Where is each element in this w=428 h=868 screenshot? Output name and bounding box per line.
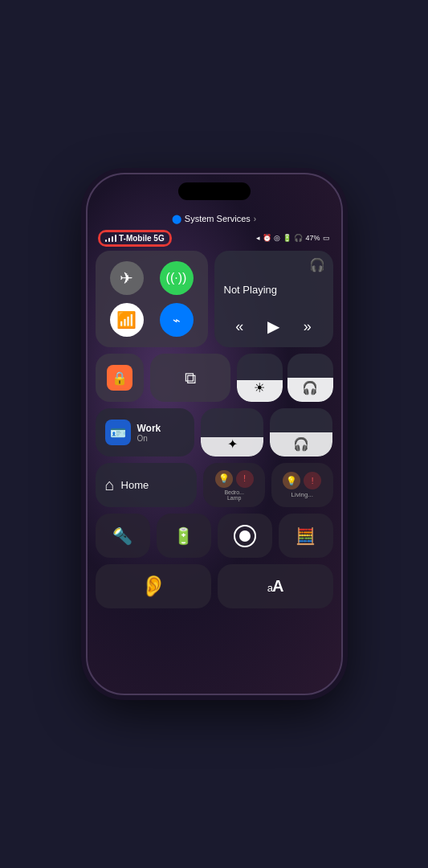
record-dot (239, 530, 251, 542)
bluetooth-icon: ⌁ (173, 313, 181, 328)
volume-icon: 🎧 (302, 380, 318, 395)
signal-bar-3 (112, 236, 114, 242)
living-lamp-label: Living... (291, 491, 313, 498)
carrier-info: T-Mobile 5G (99, 231, 171, 246)
home-label: Home (121, 479, 149, 491)
screen-record-icon (234, 525, 256, 547)
system-services[interactable]: ⬤ System Services › (172, 214, 256, 224)
media-controls: « ▶ » (224, 313, 324, 339)
now-playing-title: Not Playing (224, 265, 324, 313)
prev-button[interactable]: « (235, 318, 243, 335)
home-icon: ⌂ (105, 476, 115, 494)
warning-icon-2: ! (312, 477, 314, 485)
screen-mirror-button[interactable]: ⧉ (150, 354, 230, 402)
signal-bars (105, 234, 117, 242)
battery-button[interactable]: 🔋 (157, 514, 211, 558)
volume-slider-2[interactable]: 🎧 (270, 408, 332, 457)
lamp-bulb-icon-1: 💡 (215, 470, 233, 488)
row-accessibility: 👂 aA (96, 564, 333, 608)
row-focus: 🪪 Work On ✦ 🎧 (96, 408, 333, 457)
hearing-icon: 👂 (141, 574, 166, 599)
airpods-icon: 🎧 (309, 257, 325, 272)
carrier-name: T-Mobile 5G (119, 234, 165, 243)
row-home-lamps: ⌂ Home 💡 ! Bedro... Lamp (96, 463, 333, 507)
sun-icon: ✦ (227, 436, 238, 452)
row-connectivity-nowplaying: ✈ ((·)) 📶 ⌁ 🎧 Not Playing (96, 251, 333, 347)
bedroom-lamp-label: Bedro... Lamp (224, 489, 244, 501)
dynamic-island (178, 182, 251, 200)
control-center: ✈ ((·)) 📶 ⌁ 🎧 Not Playing (96, 251, 333, 682)
phone-screen: ⬤ System Services › T-Mobile 5G ◂ ⏰ ◎ (88, 174, 341, 694)
connectivity-grid: ✈ ((·)) 📶 ⌁ (96, 251, 208, 347)
wifi-button[interactable]: 📶 (110, 303, 144, 337)
calculator-button[interactable]: 🧮 (279, 514, 333, 558)
focus-status-icon: ◎ (274, 234, 280, 242)
screen-record-button[interactable] (218, 514, 272, 558)
status-bar: ⬤ System Services › (88, 207, 341, 231)
next-button[interactable]: » (304, 318, 312, 335)
battery-percent: 47% (305, 234, 320, 242)
text-size-button[interactable]: aA (218, 564, 333, 608)
wifi-icon: 📶 (116, 310, 137, 330)
signal-bar-2 (108, 238, 111, 242)
cellular-icon: ((·)) (166, 271, 187, 285)
carrier-bar: T-Mobile 5G ◂ ⏰ ◎ 🔋 🎧 47% ▭ (88, 229, 341, 247)
focus-label: Work (137, 423, 161, 434)
focus-text: Work On (137, 423, 161, 443)
flashlight-icon: 🔦 (112, 526, 132, 546)
navigation-icon: ◂ (256, 234, 260, 242)
living-lamp-button[interactable]: 💡 ! Living... (271, 463, 333, 507)
play-button[interactable]: ▶ (267, 317, 279, 336)
screen-lock-button[interactable]: 🔒 (96, 354, 144, 402)
focus-button[interactable]: 🪪 Work On (96, 408, 194, 457)
lock-rotation-icon: 🔒 (112, 371, 128, 386)
airpods-volume-icon: 🎧 (293, 436, 309, 452)
now-playing-card[interactable]: 🎧 Not Playing « ▶ » (214, 251, 333, 347)
lamp-bulb-icon-2: 💡 (283, 472, 300, 489)
screen-lock-icon: 🔒 (107, 365, 132, 391)
status-icons: ◂ ⏰ ◎ 🔋 🎧 47% ▭ (256, 234, 329, 242)
row-tools: 🔦 🔋 🧮 (96, 514, 333, 558)
phone-frame: ⬤ System Services › T-Mobile 5G ◂ ⏰ ◎ (86, 173, 343, 695)
signal-bar-4 (115, 235, 117, 242)
warning-icon: ! (243, 474, 246, 483)
airplane-mode-button[interactable]: ✈ (110, 261, 144, 295)
row-lock-mirror-sliders: 🔒 ⧉ ☀ 🎧 (96, 354, 333, 402)
system-services-label: System Services (185, 214, 251, 223)
battery-icon-tool: 🔋 (173, 526, 194, 546)
home-button[interactable]: ⌂ Home (96, 463, 198, 507)
lamp-excl-icon: ! (236, 470, 254, 488)
bedroom-lamp-button[interactable]: 💡 ! Bedro... Lamp (203, 463, 265, 507)
brightness-icon: ☀ (254, 380, 265, 395)
alarm-icon: ⏰ (263, 234, 271, 242)
text-size-label: aA (267, 577, 283, 596)
headphones-icon: 🎧 (294, 234, 303, 242)
calculator-icon: 🧮 (296, 526, 316, 546)
bluetooth-button[interactable]: ⌁ (160, 303, 194, 337)
airplane-icon: ✈ (120, 268, 133, 288)
bulb-icon: 💡 (218, 473, 230, 484)
slider-group: ☀ 🎧 (237, 354, 333, 402)
battery-icon: ▭ (323, 234, 330, 242)
flashlight-button[interactable]: 🔦 (96, 514, 150, 558)
volume-slider[interactable]: 🎧 (287, 354, 333, 402)
chevron-right-icon: › (254, 215, 256, 223)
bedroom-lamp-icons: 💡 ! (215, 470, 254, 488)
location-icon: ⬤ (172, 214, 181, 224)
battery-status-icon: 🔋 (283, 234, 291, 242)
mirror-icon: ⧉ (185, 369, 196, 387)
brightness-slider[interactable]: ☀ (237, 354, 283, 402)
signal-bar-1 (105, 240, 108, 242)
person-badge-icon: 🪪 (110, 425, 126, 440)
bulb-icon-2: 💡 (286, 476, 297, 486)
text-size-large: A (272, 577, 283, 595)
focus-icon: 🪪 (105, 420, 131, 445)
lamp-excl-icon-2: ! (304, 472, 321, 489)
brightness-slider-2[interactable]: ✦ (201, 408, 263, 457)
living-lamp-icons: 💡 ! (283, 472, 321, 489)
focus-sublabel: On (137, 434, 161, 443)
cellular-button[interactable]: ((·)) (160, 261, 194, 295)
hearing-button[interactable]: 👂 (96, 564, 211, 608)
